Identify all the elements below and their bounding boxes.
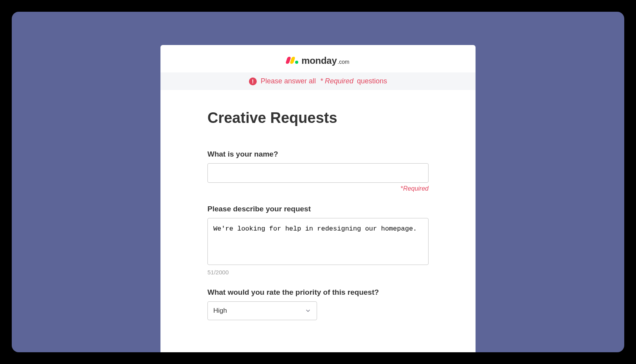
describe-field-group: Please describe your request 51/2000 (207, 205, 429, 276)
describe-textarea[interactable] (207, 218, 429, 265)
priority-field-label: What would you rate the priority of this… (207, 288, 429, 297)
describe-field-label: Please describe your request (207, 205, 429, 213)
logo-suffix-text: .com (337, 59, 349, 65)
priority-select-value: High (213, 307, 227, 315)
form-card: monday .com ! Please answer all * Requir… (160, 45, 476, 352)
priority-select[interactable]: High (207, 301, 317, 320)
app-window: monday .com ! Please answer all * Requir… (12, 12, 624, 352)
name-field-label: What is your name? (207, 150, 429, 159)
alert-icon: ! (249, 77, 257, 85)
required-error-banner: ! Please answer all * Required questions (160, 72, 476, 90)
name-input[interactable] (207, 163, 429, 183)
required-indicator: *Required (207, 185, 429, 192)
form-body: Creative Requests What is your name? *Re… (160, 110, 476, 320)
chevron-down-icon (305, 308, 311, 314)
error-text: Please answer all * Required questions (261, 77, 387, 85)
priority-field-group: What would you rate the priority of this… (207, 288, 429, 320)
logo: monday .com (160, 55, 476, 66)
logo-brand-text: monday (301, 55, 337, 66)
name-field-group: What is your name? *Required (207, 150, 429, 192)
form-title: Creative Requests (207, 110, 429, 126)
monday-logo-icon (286, 57, 298, 64)
char-counter: 51/2000 (207, 269, 429, 276)
